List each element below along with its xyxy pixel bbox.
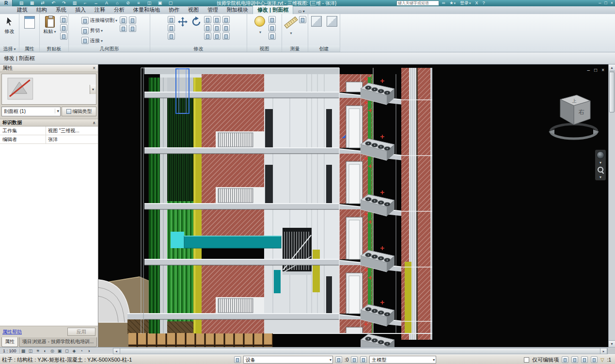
help-icon[interactable]: ? bbox=[483, 0, 485, 6]
scroll-left-icon[interactable] bbox=[113, 348, 120, 354]
vertical-scrollbar[interactable]: ▴ ▾ bbox=[608, 64, 615, 347]
copy-element-icon[interactable] bbox=[213, 16, 221, 23]
property-value[interactable]: 张洋 bbox=[46, 135, 98, 143]
tab-structure[interactable]: 结构 bbox=[32, 6, 51, 14]
array-icon[interactable] bbox=[204, 32, 211, 40]
zoom-dropdown-icon[interactable]: ▾ bbox=[599, 175, 601, 179]
zoom-icon[interactable] bbox=[597, 166, 604, 174]
drawing-area[interactable]: 上 右 ▾ ▾ – □ × ▴ ▾ bbox=[98, 64, 615, 347]
horizontal-scroll-thumb[interactable] bbox=[120, 348, 600, 354]
isolate-elements-icon[interactable] bbox=[268, 24, 276, 32]
scroll-up-icon[interactable]: ▴ bbox=[609, 64, 615, 71]
panel-label-select[interactable]: 选择 bbox=[0, 46, 19, 52]
tab-analyze[interactable]: 分析 bbox=[110, 6, 129, 14]
beam-joins-icon[interactable] bbox=[129, 16, 136, 24]
design-options-edit-icon[interactable] bbox=[360, 356, 367, 363]
extend-icon[interactable] bbox=[222, 32, 230, 40]
join-geometry-button[interactable]: 连接 bbox=[81, 36, 117, 45]
show-crop-icon[interactable]: ◻ bbox=[63, 348, 71, 353]
split-icon[interactable] bbox=[204, 24, 211, 32]
worksets-icon[interactable] bbox=[234, 356, 241, 363]
unpin-icon[interactable] bbox=[222, 16, 230, 23]
override-graphics-icon[interactable] bbox=[268, 32, 276, 40]
scroll-down-icon[interactable]: ▾ bbox=[609, 340, 615, 347]
scale-icon[interactable] bbox=[213, 24, 221, 32]
visibility-button[interactable] bbox=[253, 16, 267, 45]
properties-help-link[interactable]: 属性帮助 bbox=[2, 329, 22, 335]
filter-icon[interactable]: ▽ bbox=[600, 357, 604, 363]
vertical-scroll-thumb[interactable] bbox=[609, 72, 615, 112]
scale-button[interactable]: 1 : 100 bbox=[0, 348, 20, 353]
type-selector-arrow[interactable]: ▾ bbox=[90, 85, 96, 94]
edit-type-button[interactable]: 编辑类型 bbox=[62, 107, 96, 116]
tab-manage[interactable]: 管理 bbox=[203, 6, 222, 14]
tab-view[interactable]: 视图 bbox=[184, 6, 203, 14]
move-icon[interactable] bbox=[177, 16, 189, 28]
hide-elements-icon[interactable] bbox=[268, 16, 276, 23]
exchange-apps-icon[interactable]: X bbox=[475, 0, 478, 6]
measure-button[interactable] bbox=[284, 16, 298, 45]
tab-architecture[interactable]: 建筑 bbox=[13, 6, 32, 14]
property-row-edited-by[interactable]: 编辑者 张洋 bbox=[0, 135, 98, 144]
select-links-icon[interactable] bbox=[581, 356, 588, 363]
hide-isolate-icon[interactable]: ◔ bbox=[78, 348, 85, 353]
tab-insert[interactable]: 插入 bbox=[71, 6, 90, 14]
tab-properties-palette[interactable]: 属性 bbox=[1, 337, 18, 347]
collapse-section-icon[interactable]: ∧ bbox=[93, 121, 95, 125]
view-minimize-button[interactable]: – bbox=[587, 68, 590, 73]
demolish-icon[interactable] bbox=[129, 25, 136, 32]
split-face-icon[interactable] bbox=[120, 25, 127, 32]
editing-requests-icon[interactable] bbox=[335, 356, 342, 363]
shadows-icon[interactable]: ◐ bbox=[42, 348, 49, 353]
unlocked-view-icon[interactable]: ◈ bbox=[71, 348, 78, 353]
tab-modify-section-box[interactable]: 修改 | 剖面框 bbox=[252, 5, 293, 14]
visual-style-icon[interactable]: ◫ bbox=[27, 348, 34, 353]
sun-path-icon[interactable]: ☀ bbox=[34, 348, 42, 353]
properties-palette-titlebar[interactable]: 属性 × bbox=[0, 64, 98, 72]
match-type-icon[interactable] bbox=[60, 32, 67, 40]
design-option-combobox[interactable]: 主模型 bbox=[369, 356, 436, 364]
sign-in-button[interactable]: 登录 bbox=[460, 0, 471, 6]
modify-tool-button[interactable]: 修改 bbox=[1, 16, 17, 45]
select-pinned-icon[interactable] bbox=[591, 356, 598, 363]
application-menu-button[interactable]: R bbox=[0, 0, 13, 6]
paste-button[interactable]: 粘贴 bbox=[41, 16, 59, 45]
cut-icon[interactable] bbox=[60, 16, 67, 23]
wall-joins-icon[interactable] bbox=[120, 16, 127, 24]
delete-icon[interactable] bbox=[222, 24, 230, 32]
viewcube[interactable]: 上 右 bbox=[547, 90, 601, 147]
properties-button[interactable] bbox=[21, 16, 38, 45]
create-similar-button[interactable] bbox=[326, 16, 338, 45]
view-restore-button[interactable]: □ bbox=[594, 68, 597, 73]
property-value[interactable]: 视图 "三维视... bbox=[46, 127, 98, 135]
active-workset-combobox[interactable]: 设备 bbox=[243, 356, 333, 364]
join-end-cut-button[interactable]: 连接端切割 bbox=[81, 16, 117, 25]
minimize-button[interactable]: – bbox=[599, 0, 601, 6]
align-icon[interactable] bbox=[168, 16, 175, 23]
close-icon[interactable]: × bbox=[93, 65, 95, 71]
scroll-right-icon[interactable] bbox=[600, 348, 607, 354]
cut-geometry-button[interactable]: 剪切 bbox=[81, 26, 117, 35]
steering-wheel-icon[interactable] bbox=[597, 151, 604, 159]
tab-massing-site[interactable]: 体量和场地 bbox=[129, 6, 164, 14]
trim-icon[interactable] bbox=[204, 16, 211, 23]
crop-view-icon[interactable]: ▣ bbox=[56, 348, 63, 353]
search-icon[interactable]: ∞ bbox=[442, 0, 445, 6]
subscription-star-icon[interactable]: ★ bbox=[449, 0, 456, 6]
tab-addins[interactable]: 附加模块 bbox=[222, 6, 252, 14]
reveal-hidden-icon[interactable]: ◑ bbox=[85, 348, 93, 353]
pin-icon[interactable] bbox=[213, 32, 221, 40]
rendering-icon[interactable]: ◎ bbox=[49, 348, 56, 353]
detail-level-icon[interactable]: ▦ bbox=[20, 348, 27, 353]
type-selector-combobox[interactable]: 剖面框 (1) bbox=[1, 107, 61, 116]
tab-annotate[interactable]: 注释 bbox=[90, 6, 110, 14]
copy-icon[interactable] bbox=[60, 24, 67, 32]
tab-systems[interactable]: 系统 bbox=[51, 6, 71, 14]
ribbon-display-toggle[interactable] bbox=[296, 9, 307, 14]
search-input[interactable] bbox=[396, 0, 439, 6]
close-button[interactable]: × bbox=[611, 0, 613, 6]
tab-collaborate[interactable]: 协作 bbox=[164, 6, 184, 14]
tab-project-browser[interactable]: 项目浏览器 - 技师学院机电培训... bbox=[19, 337, 97, 347]
mirror-icon[interactable] bbox=[168, 32, 175, 40]
property-row-workset[interactable]: 工作集 视图 "三维视... bbox=[0, 127, 98, 135]
